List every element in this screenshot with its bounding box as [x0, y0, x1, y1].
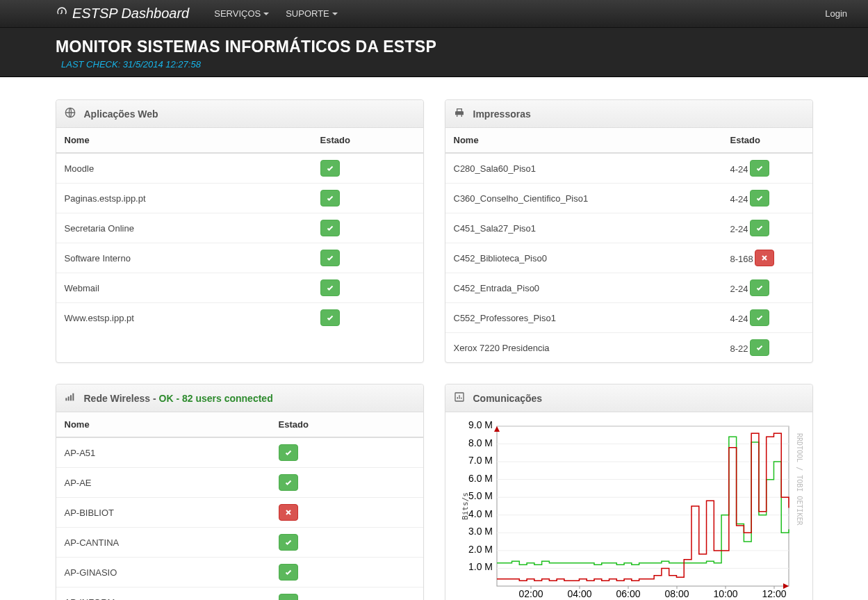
app-name: Moodle: [56, 153, 312, 184]
status-ok-badge[interactable]: [320, 190, 340, 206]
ap-name: AP-INFORM: [56, 587, 270, 601]
svg-text:10:00: 10:00: [713, 588, 737, 599]
app-name: Webmail: [56, 273, 312, 303]
status-ok-badge[interactable]: [279, 534, 298, 551]
table-row: Webmail: [56, 273, 423, 303]
app-status: [312, 303, 423, 333]
app-name: Secretaria Online: [56, 213, 312, 243]
table-row: Xerox 7220 Presidencia8-22: [445, 333, 812, 363]
status-ok-badge[interactable]: [279, 444, 298, 461]
svg-text:RRDTOOL / TOBI OETIKER: RRDTOOL / TOBI OETIKER: [796, 433, 803, 526]
nav-item-label: SUPORTE: [286, 8, 329, 19]
bar-chart-icon: [454, 391, 466, 405]
printer-status: 4-24: [722, 184, 812, 213]
printer-status: 4-24: [722, 153, 812, 184]
globe-icon: [65, 107, 77, 120]
table-row: AP-INFORM: [56, 587, 423, 601]
ap-status: [270, 528, 423, 558]
status-ok-badge[interactable]: [320, 250, 340, 266]
status-ok-badge[interactable]: [750, 339, 769, 356]
main-content: Aplicações Web Nome Estado MoodlePaginas…: [49, 77, 820, 600]
panel-heading-comms: Comunicações: [445, 384, 812, 412]
table-row: C552_Professores_Piso14-24: [445, 303, 812, 333]
ap-name: AP-AE: [56, 468, 270, 498]
app-status: [312, 184, 423, 213]
status-ok-badge[interactable]: [320, 160, 340, 177]
printer-status: 8-168: [722, 243, 812, 273]
svg-text:04:00: 04:00: [567, 588, 591, 599]
svg-text:4.0 M: 4.0 M: [468, 508, 492, 519]
status-ok-badge[interactable]: [750, 220, 769, 236]
printer-status: 8-22: [722, 333, 812, 363]
panel-heading-apps: Aplicações Web: [56, 100, 423, 128]
table-row: AP-A51: [56, 437, 423, 468]
printer-status: 4-24: [722, 303, 812, 333]
printer-name: C552_Professores_Piso1: [445, 303, 722, 333]
col-estado: Estado: [270, 412, 423, 437]
status-fail-badge[interactable]: [755, 250, 774, 266]
table-row: C280_Sala60_Piso14-24: [445, 153, 812, 184]
svg-rect-6: [497, 426, 789, 586]
table-row: AP-BIBLIOT: [56, 498, 423, 528]
status-ok-badge[interactable]: [320, 279, 340, 296]
table-row: C451_Sala27_Piso12-24: [445, 213, 812, 243]
svg-text:02:00: 02:00: [518, 588, 543, 599]
chevron-down-icon: [332, 13, 338, 15]
panel-wireless: Rede Wireless - OK - 82 users connected …: [56, 384, 424, 600]
svg-text:5.0 M: 5.0 M: [468, 490, 492, 501]
table-row: Paginas.estsp.ipp.pt: [56, 184, 423, 213]
svg-text:2.0 M: 2.0 M: [468, 544, 492, 555]
apps-table: Nome Estado MoodlePaginas.estsp.ipp.ptSe…: [56, 128, 423, 332]
last-check-label: LAST CHECK: 31/5/2014 12:27:58: [61, 59, 868, 70]
panel-printers: Impressoras Nome Estado C280_Sala60_Piso…: [445, 99, 813, 363]
status-ok-badge[interactable]: [279, 474, 298, 491]
ap-name: AP-GINASIO: [56, 558, 270, 587]
comms-chart: 1.0 M2.0 M3.0 M4.0 M5.0 M6.0 M7.0 M8.0 M…: [445, 412, 812, 600]
svg-text:1.0 M: 1.0 M: [468, 561, 492, 572]
app-name: Www.estsp.ipp.pt: [56, 303, 312, 333]
col-nome: Nome: [445, 128, 722, 153]
brand[interactable]: ESTSP Dashboard: [56, 6, 189, 22]
dashboard-icon: [56, 6, 68, 22]
svg-text:Bits/s: Bits/s: [461, 492, 470, 520]
table-row: C360_Conselho_Cientifico_Piso14-24: [445, 184, 812, 213]
table-row: AP-GINASIO: [56, 558, 423, 587]
status-ok-badge[interactable]: [320, 220, 340, 236]
status-ok-badge[interactable]: [750, 279, 769, 296]
svg-text:08:00: 08:00: [664, 588, 689, 599]
svg-text:06:00: 06:00: [616, 588, 640, 599]
printer-name: C360_Conselho_Cientifico_Piso1: [445, 184, 722, 213]
nav-item-label: SERVIÇOS: [214, 8, 261, 19]
printer-name: C280_Sala60_Piso1: [445, 153, 722, 184]
app-status: [312, 213, 423, 243]
panel-title: Impressoras: [473, 108, 531, 120]
table-row: AP-CANTINA: [56, 528, 423, 558]
app-name: Paginas.estsp.ipp.pt: [56, 184, 312, 213]
printer-name: C451_Sala27_Piso1: [445, 213, 722, 243]
status-ok-badge[interactable]: [279, 564, 298, 581]
printer-name: Xerox 7220 Presidencia: [445, 333, 722, 363]
status-ok-badge[interactable]: [279, 594, 298, 600]
status-ok-badge[interactable]: [750, 309, 769, 326]
svg-text:6.0 M: 6.0 M: [468, 473, 492, 484]
login-link[interactable]: Login: [817, 0, 855, 28]
ap-status: [270, 437, 423, 468]
status-ok-badge[interactable]: [750, 160, 769, 177]
ap-name: AP-A51: [56, 437, 270, 468]
ap-name: AP-CANTINA: [56, 528, 270, 558]
panel-comms: Comunicações 1.0 M2.0 M3.0 M4.0 M5.0 M6.…: [445, 384, 813, 600]
table-row: Moodle: [56, 153, 423, 184]
svg-text:3.0 M: 3.0 M: [468, 526, 492, 537]
table-row: Secretaria Online: [56, 213, 423, 243]
login-label: Login: [825, 8, 847, 19]
traffic-chart: 1.0 M2.0 M3.0 M4.0 M5.0 M6.0 M7.0 M8.0 M…: [451, 419, 807, 600]
printer-name: C452_Entrada_Piso0: [445, 273, 722, 303]
nav-servicos[interactable]: SERVIÇOS: [206, 0, 277, 28]
table-row: C452_Entrada_Piso02-24: [445, 273, 812, 303]
panel-title: Comunicações: [473, 393, 543, 404]
status-fail-badge[interactable]: [279, 504, 298, 521]
status-ok-badge[interactable]: [750, 190, 769, 206]
nav-suporte[interactable]: SUPORTE: [277, 0, 346, 28]
ap-status: [270, 558, 423, 587]
status-ok-badge[interactable]: [320, 309, 340, 326]
